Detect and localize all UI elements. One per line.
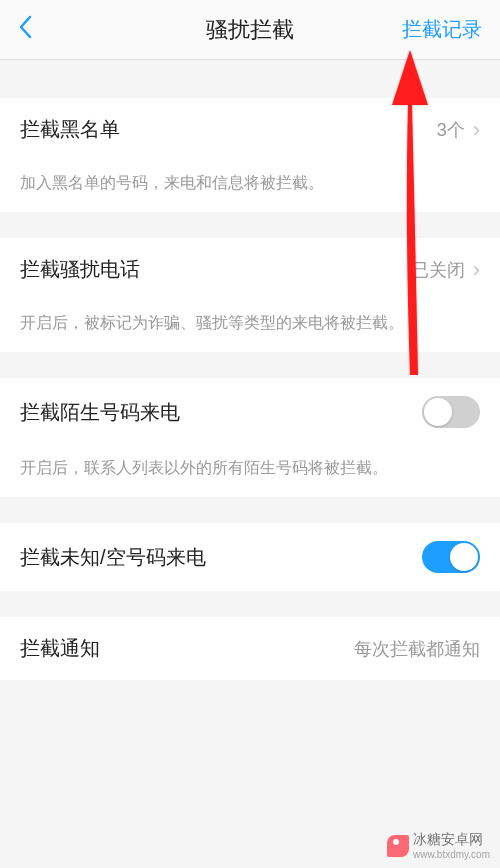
watermark-text: 冰糖安卓网 www.btxdmy.com — [413, 831, 490, 860]
spacer — [0, 352, 500, 378]
blacklist-row[interactable]: 拦截黑名单 3个 › — [0, 98, 500, 161]
watermark: 冰糖安卓网 www.btxdmy.com — [387, 831, 490, 860]
spacer — [0, 591, 500, 617]
empty-title: 拦截未知/空号码来电 — [20, 544, 206, 571]
spacer — [0, 212, 500, 238]
row-right: 3个 › — [437, 117, 480, 143]
spam-call-value: 已关闭 — [411, 258, 465, 282]
toggle-knob — [424, 398, 452, 426]
unknown-toggle[interactable] — [422, 396, 480, 428]
block-log-button[interactable]: 拦截记录 — [402, 16, 482, 43]
unknown-row: 拦截陌生号码来电 — [0, 378, 500, 446]
empty-row: 拦截未知/空号码来电 — [0, 523, 500, 591]
chevron-right-icon: › — [473, 117, 480, 143]
row-right: 每次拦截都通知 — [354, 637, 480, 661]
unknown-section: 拦截陌生号码来电 开启后，联系人列表以外的所有陌生号码将被拦截。 — [0, 378, 500, 497]
watermark-icon — [387, 835, 409, 857]
spacer — [0, 497, 500, 523]
spam-call-row[interactable]: 拦截骚扰电话 已关闭 › — [0, 238, 500, 301]
empty-section: 拦截未知/空号码来电 — [0, 523, 500, 591]
spam-call-title: 拦截骚扰电话 — [20, 256, 140, 283]
blacklist-section: 拦截黑名单 3个 › 加入黑名单的号码，来电和信息将被拦截。 — [0, 98, 500, 212]
spam-call-desc: 开启后，被标记为诈骗、骚扰等类型的来电将被拦截。 — [0, 301, 500, 352]
notify-value: 每次拦截都通知 — [354, 637, 480, 661]
notify-section: 拦截通知 每次拦截都通知 — [0, 617, 500, 680]
spam-section: 拦截骚扰电话 已关闭 › 开启后，被标记为诈骗、骚扰等类型的来电将被拦截。 — [0, 238, 500, 352]
empty-toggle[interactable] — [422, 541, 480, 573]
notify-row[interactable]: 拦截通知 每次拦截都通知 — [0, 617, 500, 680]
page-title: 骚扰拦截 — [206, 15, 294, 45]
blacklist-title: 拦截黑名单 — [20, 116, 120, 143]
unknown-title: 拦截陌生号码来电 — [20, 399, 180, 426]
header: 骚扰拦截 拦截记录 — [0, 0, 500, 60]
blacklist-desc: 加入黑名单的号码，来电和信息将被拦截。 — [0, 161, 500, 212]
unknown-desc: 开启后，联系人列表以外的所有陌生号码将被拦截。 — [0, 446, 500, 497]
back-button[interactable] — [18, 14, 58, 46]
spacer — [0, 60, 500, 98]
toggle-knob — [450, 543, 478, 571]
blacklist-value: 3个 — [437, 118, 465, 142]
row-right: 已关闭 › — [411, 257, 480, 283]
chevron-right-icon: › — [473, 257, 480, 283]
notify-title: 拦截通知 — [20, 635, 100, 662]
